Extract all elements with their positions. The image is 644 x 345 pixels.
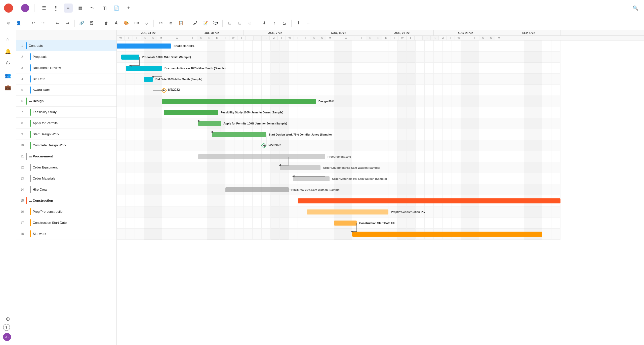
upload-button[interactable]: ↑: [270, 19, 279, 28]
redo-button[interactable]: ↷: [38, 19, 48, 28]
task-row[interactable]: 18Site work: [16, 228, 116, 239]
task-row[interactable]: 4Bid Date: [16, 73, 116, 84]
gantt-cell: [551, 206, 560, 218]
task-row[interactable]: 3Documents Review: [16, 62, 116, 73]
task-row[interactable]: 2Proposals: [16, 51, 116, 62]
brush-button[interactable]: 🖌: [191, 19, 200, 28]
task-row[interactable]: 1Contracts: [16, 40, 116, 51]
user-avatar[interactable]: [21, 4, 29, 12]
comment-button[interactable]: 💬: [211, 19, 220, 28]
link-button[interactable]: 🔗: [77, 19, 86, 28]
gantt-bar[interactable]: Start Design Work 75% Jennifer Jones (Sa…: [212, 132, 266, 137]
task-row[interactable]: 9Start Design Work: [16, 129, 116, 140]
zoom-button[interactable]: ⊕: [245, 19, 254, 28]
number-format-button[interactable]: 123: [132, 19, 141, 28]
task-row[interactable]: 14Hire Crew: [16, 184, 116, 195]
info-button[interactable]: ℹ: [294, 19, 303, 28]
split-button[interactable]: ⊞: [225, 19, 234, 28]
print-button[interactable]: 🖨: [280, 19, 289, 28]
user-avatar-sidebar[interactable]: JS: [3, 333, 11, 341]
board-view-icon[interactable]: ⣿: [52, 4, 61, 13]
more-options-button[interactable]: ···: [304, 19, 313, 28]
gantt-cell: [234, 85, 244, 96]
task-row[interactable]: 5Award Date: [16, 84, 116, 96]
workload-icon[interactable]: 〜: [88, 4, 97, 13]
gantt-bar[interactable]: Order Equipment 0% Sam Watson (Sample): [280, 165, 320, 170]
diamond-button[interactable]: ◇: [142, 19, 151, 28]
add-task-button[interactable]: ⊕: [4, 19, 13, 28]
cut-button[interactable]: ✂: [156, 19, 165, 28]
delete-button[interactable]: 🗑: [102, 19, 111, 28]
notifications-icon[interactable]: 🔔: [3, 46, 13, 56]
time-tracking-icon[interactable]: ⏱: [3, 58, 13, 68]
gantt-cell: [162, 173, 171, 184]
task-row[interactable]: 11▬ Procurement: [16, 151, 116, 162]
add-project-icon[interactable]: ⊕: [3, 314, 13, 324]
gantt-grid-row[interactable]: [117, 118, 560, 129]
outdent-button[interactable]: ⇐: [53, 19, 62, 28]
task-row[interactable]: 6▬ Design: [16, 96, 116, 107]
list-view-icon[interactable]: ☰: [39, 4, 49, 13]
task-row[interactable]: 10Complete Design Work: [16, 140, 116, 151]
group-toggle-icon[interactable]: ▬: [29, 99, 32, 103]
copy-button[interactable]: ⧉: [166, 19, 175, 28]
task-row[interactable]: 7Feasibility Study: [16, 107, 116, 118]
gantt-bar[interactable]: Hire Crew 25% Sam Watson (Sample): [225, 187, 289, 192]
home-icon[interactable]: ⌂: [3, 34, 13, 44]
gantt-cell: [443, 140, 452, 151]
gantt-cell: [452, 107, 461, 118]
indent-button[interactable]: ⇒: [63, 19, 72, 28]
gantt-grid-row[interactable]: [117, 85, 560, 96]
gantt-bar[interactable]: Construction Start Date 0%: [334, 221, 357, 226]
calendar-view-icon[interactable]: ◫: [100, 4, 109, 13]
gantt-day-label: S: [423, 36, 431, 40]
gantt-bar[interactable]: Contracts 100%: [117, 44, 171, 49]
help-icon[interactable]: ?: [3, 324, 10, 331]
team-icon[interactable]: 👥: [3, 70, 13, 80]
group-toggle-icon[interactable]: ▬: [29, 199, 32, 202]
gantt-cell: [225, 74, 234, 85]
paste-button[interactable]: 📋: [176, 19, 185, 28]
gantt-bar[interactable]: Procurement 19%: [198, 154, 325, 159]
gantt-bar[interactable]: Design 80%: [162, 99, 316, 104]
grid-button[interactable]: ⊟: [235, 19, 244, 28]
docs-view-icon[interactable]: 📄: [112, 4, 121, 13]
gantt-bar[interactable]: Documents Review 100% Mike Smith (Sample…: [126, 66, 162, 71]
gantt-cell: [144, 162, 153, 173]
gantt-bar[interactable]: Apply for Permits 100% Jennifer Jones (S…: [198, 121, 221, 126]
gantt-bar[interactable]: Prep/Pre-construction 0%: [307, 209, 388, 214]
gantt-panel[interactable]: JUL, 24 '22JUL, 31 '22AUG, 7 '22AUG, 14 …: [117, 30, 644, 345]
gantt-grid-row[interactable]: [117, 140, 560, 151]
gantt-bar-label: Bid Date 100% Mike Smith (Sample): [155, 78, 202, 81]
add-view-icon[interactable]: +: [124, 4, 133, 13]
undo-button[interactable]: ↶: [28, 19, 37, 28]
gantt-grid-row[interactable]: [117, 129, 560, 140]
gantt-cell: [343, 52, 352, 63]
task-row[interactable]: 17Construction Start Date: [16, 217, 116, 228]
task-row[interactable]: 13Order Materials: [16, 173, 116, 184]
group-toggle-icon[interactable]: ▬: [29, 155, 32, 158]
text-format-button[interactable]: A: [112, 19, 121, 28]
task-row[interactable]: 12Order Equipment: [16, 162, 116, 173]
gantt-bar[interactable]: Feasibility Study 100% Jennifer Jones (S…: [164, 110, 218, 115]
gantt-cell: [461, 151, 470, 162]
gantt-view-icon[interactable]: ≡: [64, 4, 73, 13]
gantt-bar[interactable]: Bid Date 100% Mike Smith (Sample): [144, 77, 153, 82]
gantt-bar[interactable]: Proposals 100% Mike Smith (Sample): [121, 55, 139, 60]
task-row[interactable]: 15▬ Construction: [16, 195, 116, 206]
gantt-bar[interactable]: Order Materials 0% Sam Watson (Sample): [293, 176, 330, 181]
gantt-bar[interactable]: [298, 198, 560, 203]
add-user-button[interactable]: 👤: [14, 19, 23, 28]
export-button[interactable]: ⬇: [260, 19, 269, 28]
unlink-button[interactable]: ⛓: [87, 19, 96, 28]
note-button[interactable]: 📝: [201, 19, 210, 28]
search-icon[interactable]: 🔍: [631, 4, 640, 13]
task-row[interactable]: 16Prep/Pre-construction: [16, 206, 116, 217]
task-row[interactable]: 8Apply for Permits: [16, 118, 116, 129]
portfolio-icon[interactable]: 💼: [3, 82, 13, 93]
fill-color-button[interactable]: 🎨: [122, 19, 131, 28]
table-view-icon[interactable]: ▦: [76, 4, 85, 13]
gantt-cell: [434, 52, 443, 63]
gantt-bar[interactable]: [352, 232, 542, 237]
task-color-indicator: [30, 219, 31, 226]
